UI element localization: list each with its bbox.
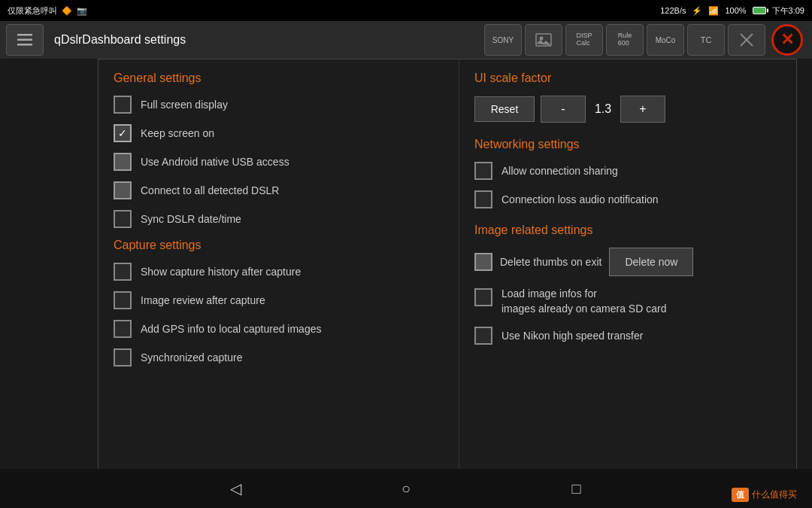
connection-sharing-label: Allow connection sharing bbox=[501, 165, 618, 177]
nikon-transfer-checkbox[interactable] bbox=[474, 327, 492, 345]
image-settings-title: Image related settings bbox=[474, 224, 781, 237]
connection-sharing-row: Allow connection sharing bbox=[474, 162, 781, 180]
svg-point-4 bbox=[540, 37, 544, 41]
show-history-row: Show capture history after capture bbox=[114, 263, 444, 281]
toolbar-image-btn[interactable] bbox=[525, 24, 562, 56]
gps-info-row: Add GPS info to local captured images bbox=[114, 320, 444, 338]
status-bar-left: 仅限紧急呼叫 🔶 📷 bbox=[8, 5, 87, 17]
keep-screen-label: Keep screen on bbox=[141, 127, 214, 139]
all-dslr-label: Connect to all detected DSLR bbox=[141, 184, 279, 196]
delete-thumbs-checkbox[interactable] bbox=[474, 253, 492, 271]
bluetooth-icon: ⚡ bbox=[692, 6, 702, 16]
all-dslr-checkbox[interactable] bbox=[114, 181, 132, 199]
full-screen-row: Full screen display bbox=[114, 96, 444, 114]
connection-loss-label: Connection loss audio notification bbox=[501, 193, 659, 205]
sync-date-row: Sync DSLR date/time bbox=[114, 210, 444, 228]
close-icon: ✕ bbox=[780, 32, 794, 48]
nikon-transfer-label: Use Nikon high speed transfer bbox=[501, 330, 643, 342]
networking-title: Networking settings bbox=[474, 138, 781, 151]
nav-bar: ◁ ○ □ bbox=[0, 469, 812, 508]
image-review-checkbox[interactable] bbox=[114, 291, 132, 309]
load-image-infos-label: Load image infos forimages already on ca… bbox=[501, 287, 666, 316]
connection-sharing-checkbox[interactable] bbox=[474, 162, 492, 180]
image-review-row: Image review after capture bbox=[114, 291, 444, 309]
recent-button[interactable]: □ bbox=[562, 473, 592, 503]
svg-rect-0 bbox=[17, 34, 32, 36]
ui-scale-title: UI scale factor bbox=[474, 71, 781, 85]
connection-loss-checkbox[interactable] bbox=[474, 190, 492, 208]
load-image-infos-row: Load image infos forimages already on ca… bbox=[474, 287, 781, 316]
synchronized-checkbox[interactable] bbox=[114, 348, 132, 367]
weibo-icon: 🔶 bbox=[62, 6, 72, 16]
status-bar-right: 122B/s ⚡ 📶 100% 下午3:09 bbox=[660, 5, 804, 17]
watermark-text: 什么值得买 bbox=[752, 488, 797, 501]
general-settings-title: General settings bbox=[114, 71, 444, 85]
image-section: Image related settings Delete thumbs on … bbox=[474, 224, 781, 345]
native-usb-row: Use Android native USB access bbox=[114, 153, 444, 171]
native-usb-label: Use Android native USB access bbox=[141, 156, 289, 168]
image-review-label: Image review after capture bbox=[141, 294, 265, 306]
keep-screen-row: Keep screen on bbox=[114, 124, 444, 142]
toolbar-calc-btn[interactable]: DISPCalc bbox=[565, 24, 603, 56]
notification-icon: 📷 bbox=[77, 6, 87, 16]
delete-thumbs-label: Delete thumbs on exit bbox=[500, 256, 601, 268]
emergency-call-text: 仅限紧急呼叫 bbox=[8, 5, 57, 17]
load-image-infos-checkbox[interactable] bbox=[474, 288, 492, 306]
watermark: 值 什么值得买 bbox=[732, 488, 797, 502]
full-screen-label: Full screen display bbox=[141, 99, 228, 111]
show-history-checkbox[interactable] bbox=[114, 263, 132, 281]
native-usb-checkbox[interactable] bbox=[114, 153, 132, 171]
signal-text: 122B/s bbox=[660, 6, 686, 15]
toolbar-tc-btn[interactable]: TC bbox=[687, 24, 725, 56]
connection-loss-row: Connection loss audio notification bbox=[474, 190, 781, 208]
delete-thumbs-row: Delete thumbs on exit Delete now bbox=[474, 248, 781, 276]
full-screen-checkbox[interactable] bbox=[114, 96, 132, 114]
gps-info-checkbox[interactable] bbox=[114, 320, 132, 338]
synchronized-label: Synchronized capture bbox=[141, 351, 242, 364]
toolbar-menu-icon[interactable] bbox=[6, 24, 44, 56]
toolbar-moco-btn[interactable]: MoCo bbox=[647, 24, 684, 56]
ui-scale-section: UI scale factor Reset - 1.3 + bbox=[474, 71, 781, 123]
battery-text: 100% bbox=[725, 6, 746, 15]
show-history-label: Show capture history after capture bbox=[141, 266, 301, 278]
all-dslr-row: Connect to all detected DSLR bbox=[114, 181, 444, 199]
nikon-transfer-row: Use Nikon high speed transfer bbox=[474, 327, 781, 345]
scale-controls: Reset - 1.3 + bbox=[474, 96, 781, 123]
back-button[interactable]: ◁ bbox=[220, 473, 250, 503]
synchronized-row: Synchronized capture bbox=[114, 348, 444, 367]
time-text: 下午3:09 bbox=[772, 5, 804, 17]
toolbar-tools-btn[interactable] bbox=[728, 24, 765, 56]
svg-rect-1 bbox=[17, 39, 32, 41]
networking-section: Networking settings Allow connection sha… bbox=[474, 138, 781, 208]
battery-icon bbox=[753, 7, 766, 14]
svg-rect-2 bbox=[17, 44, 32, 46]
right-column: UI scale factor Reset - 1.3 + Networking… bbox=[459, 59, 796, 485]
delete-now-button[interactable]: Delete now bbox=[609, 248, 693, 276]
status-bar: 仅限紧急呼叫 🔶 📷 122B/s ⚡ 📶 100% 下午3:09 bbox=[0, 0, 812, 21]
scale-value: 1.3 bbox=[592, 102, 614, 116]
watermark-badge: 值 bbox=[732, 488, 749, 502]
sync-date-label: Sync DSLR date/time bbox=[141, 213, 241, 225]
capture-settings-title: Capture settings bbox=[114, 239, 444, 252]
dialog-title: qDslrDashboard settings bbox=[47, 33, 481, 47]
keep-screen-checkbox[interactable] bbox=[114, 124, 132, 142]
sync-date-checkbox[interactable] bbox=[114, 210, 132, 228]
reset-button[interactable]: Reset bbox=[474, 96, 535, 122]
toolbar-rule-btn[interactable]: Rule600 bbox=[606, 24, 644, 56]
close-button[interactable]: ✕ bbox=[768, 24, 806, 56]
toolbar-sony-btn[interactable]: SONY bbox=[484, 24, 522, 56]
left-column: General settings Full screen display Kee… bbox=[98, 59, 459, 485]
wifi-icon: 📶 bbox=[708, 6, 719, 16]
home-button[interactable]: ○ bbox=[391, 473, 421, 503]
gps-info-label: Add GPS info to local captured images bbox=[141, 323, 321, 335]
plus-button[interactable]: + bbox=[620, 96, 665, 123]
minus-button[interactable]: - bbox=[541, 96, 586, 123]
app-toolbar: qDslrDashboard settings SONY DISPCalc Ru… bbox=[0, 21, 812, 59]
settings-dialog: General settings Full screen display Kee… bbox=[98, 59, 797, 486]
